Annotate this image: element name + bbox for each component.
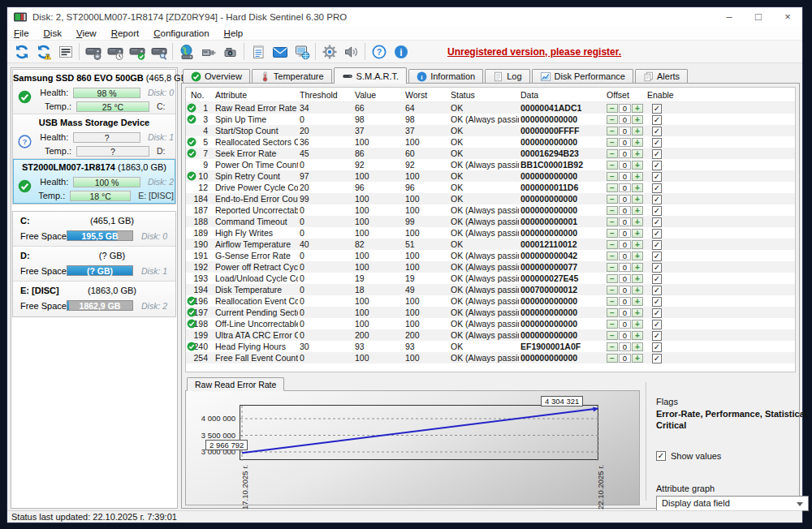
enable-checkbox[interactable]: ✓ (652, 331, 662, 341)
offset-increment-button[interactable]: + (632, 308, 643, 317)
offset-increment-button[interactable]: + (632, 320, 643, 329)
enable-checkbox[interactable]: ✓ (652, 240, 662, 250)
smart-row-184[interactable]: 184End-to-End Error Count99100100OK00000… (186, 193, 795, 204)
enable-checkbox[interactable]: ✓ (652, 104, 662, 114)
enable-checkbox[interactable]: ✓ (652, 274, 662, 284)
smart-row-9[interactable]: 9Power On Time Count09292OK (Always pass… (186, 159, 795, 170)
smart-row-196[interactable]: 196Reallocation Event Count0100100OK (Al… (186, 295, 795, 307)
enable-checkbox[interactable]: ✓ (652, 320, 662, 329)
tab-s-m-a-r-t[interactable]: S.M.A.R.T. (334, 67, 408, 84)
menu-file[interactable]: File (14, 28, 37, 38)
smart-row-7[interactable]: 7Seek Error Rate458660OK000016294B23−0+✓ (186, 148, 795, 159)
refresh-alert-icon[interactable] (32, 42, 54, 62)
offset-decrement-button[interactable]: − (607, 286, 618, 295)
offset-decrement-button[interactable]: − (607, 161, 618, 170)
close-button[interactable]: × (773, 7, 802, 26)
offset-increment-button[interactable]: + (632, 240, 643, 249)
smart-row-240[interactable]: 240Head Flying Hours309393OKEF1900001A0F… (186, 341, 795, 352)
enable-checkbox[interactable]: ✓ (652, 354, 662, 363)
smart-row-192[interactable]: 192Power off Retract Cycle ...0100100OK … (186, 261, 795, 273)
offset-decrement-button[interactable]: − (607, 104, 618, 113)
enable-checkbox[interactable]: ✓ (652, 161, 662, 170)
enable-checkbox[interactable]: ✓ (652, 342, 662, 352)
smart-row-198[interactable]: 198Off-Line Uncorrectable ...0100100OK (… (186, 318, 795, 329)
offset-increment-button[interactable]: + (632, 217, 643, 226)
enable-checkbox[interactable]: ✓ (652, 252, 662, 261)
disk-eject-icon[interactable] (82, 42, 104, 62)
offset-decrement-button[interactable]: − (607, 342, 618, 351)
smart-row-12[interactable]: 12Drive Power Cycle Count209696OK0000000… (186, 182, 795, 193)
smart-row-1[interactable]: 1Raw Read Error Rate346664OK00000041ADC1… (186, 102, 795, 114)
offset-increment-button[interactable]: + (632, 104, 643, 113)
usb-device-icon[interactable] (197, 42, 219, 62)
offset-increment-button[interactable]: + (632, 161, 643, 170)
enable-checkbox[interactable]: ✓ (652, 229, 662, 239)
smart-row-197[interactable]: 197Current Pending Sector...0100100OK (A… (186, 307, 795, 318)
show-values-checkbox[interactable]: ✓ (656, 451, 666, 461)
offset-decrement-button[interactable]: − (607, 172, 618, 181)
enable-checkbox[interactable]: ✓ (652, 138, 662, 148)
menu-help[interactable]: Help (224, 28, 252, 38)
enable-checkbox[interactable]: ✓ (652, 115, 662, 125)
tab-alerts[interactable]: Alerts (635, 69, 688, 83)
offset-decrement-button[interactable]: − (607, 195, 618, 204)
smart-row-190[interactable]: 190Airflow Temperature408251OK0000121100… (186, 239, 795, 250)
offset-decrement-button[interactable]: − (607, 149, 618, 158)
smart-row-254[interactable]: 254Free Fall Event Count0100100OK (Alway… (186, 352, 795, 363)
offset-increment-button[interactable]: + (632, 263, 643, 272)
offset-increment-button[interactable]: + (632, 149, 643, 158)
disk-clock-icon[interactable] (104, 42, 126, 62)
menu-report[interactable]: Report (111, 28, 148, 38)
enable-checkbox[interactable]: ✓ (652, 263, 662, 273)
graph-tab[interactable]: Raw Read Error Rate (187, 377, 284, 391)
offset-decrement-button[interactable]: − (607, 354, 618, 363)
offset-increment-button[interactable]: + (632, 274, 643, 283)
smart-row-191[interactable]: 191G-Sense Error Rate0100100OK (Always p… (186, 250, 795, 261)
offset-decrement-button[interactable]: − (607, 308, 618, 317)
menu-disk[interactable]: Disk (44, 28, 70, 38)
smart-row-3[interactable]: 3Spin Up Time09898OK (Always passing)000… (186, 114, 795, 125)
offset-decrement-button[interactable]: − (607, 331, 618, 340)
enable-checkbox[interactable]: ✓ (652, 286, 662, 295)
offset-decrement-button[interactable]: − (607, 183, 618, 192)
partition-item-2[interactable]: E: [DISC](1863,0 GB)Free Space1862,9 GBD… (13, 282, 175, 316)
details-icon[interactable] (54, 42, 76, 62)
offset-decrement-button[interactable]: − (607, 320, 618, 329)
offset-increment-button[interactable]: + (632, 297, 643, 306)
enable-checkbox[interactable]: ✓ (652, 172, 662, 182)
offset-increment-button[interactable]: + (632, 354, 643, 363)
notepad-icon[interactable] (247, 42, 269, 62)
smart-row-10[interactable]: 10Spin Retry Count97100100OK000000000000… (186, 170, 795, 182)
offset-increment-button[interactable]: + (632, 115, 643, 124)
settings-icon[interactable] (318, 42, 340, 62)
maximize-button[interactable]: □ (744, 7, 773, 26)
mail-icon[interactable] (269, 42, 291, 62)
smart-row-194[interactable]: 194Disk Temperature01849OK (Always passi… (186, 284, 795, 295)
attribute-graph-select[interactable]: Display data field (656, 496, 809, 511)
offset-increment-button[interactable]: + (632, 172, 643, 181)
refresh-icon[interactable] (11, 42, 32, 62)
offset-increment-button[interactable]: + (632, 195, 643, 204)
enable-checkbox[interactable]: ✓ (652, 308, 662, 318)
enable-checkbox[interactable]: ✓ (652, 217, 662, 227)
smart-row-193[interactable]: 193Load/Unload Cycle Cou...01919OK (Alwa… (186, 273, 795, 284)
enable-checkbox[interactable]: ✓ (652, 206, 662, 216)
disk-item-1[interactable]: USB Mass Storage Device ?Health:?Disk: 1… (13, 114, 175, 159)
smart-row-188[interactable]: 188Command Timeout010099OK (Always passi… (186, 216, 795, 227)
help-icon[interactable]: ? (368, 42, 390, 62)
tab-temperature[interactable]: Temperature (252, 69, 332, 83)
tab-overview[interactable]: Overview (183, 69, 250, 83)
offset-increment-button[interactable]: + (632, 286, 643, 295)
smart-row-189[interactable]: 189High Fly Writes0100100OK (Always pass… (186, 227, 795, 239)
offset-decrement-button[interactable]: − (607, 217, 618, 226)
enable-checkbox[interactable]: ✓ (652, 183, 662, 193)
smart-row-5[interactable]: 5Reallocated Sectors Co...36100100OK0000… (186, 136, 795, 148)
offset-increment-button[interactable]: + (632, 331, 643, 340)
offset-decrement-button[interactable]: − (607, 240, 618, 249)
tab-disk-performance[interactable]: Disk Performance (532, 69, 633, 83)
disk-item-0[interactable]: Samsung SSD 860 EVO 500GB (465,8 GB)Heal… (13, 70, 175, 114)
offset-decrement-button[interactable]: − (607, 252, 618, 260)
offset-increment-button[interactable]: + (632, 127, 643, 135)
offset-decrement-button[interactable]: − (607, 263, 618, 272)
tab-log[interactable]: Log (485, 69, 529, 83)
